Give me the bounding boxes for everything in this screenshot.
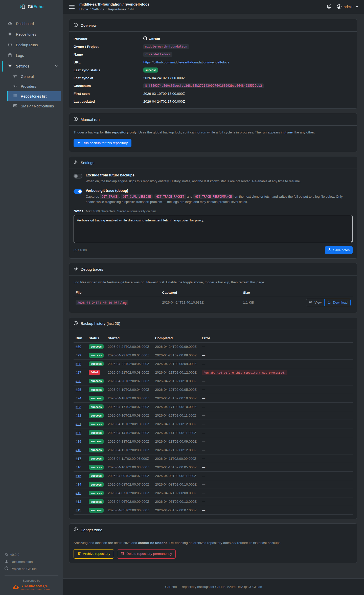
run-link[interactable]: #26 (76, 379, 81, 383)
run-link[interactable]: #17 (76, 457, 81, 461)
brand[interactable]: GitEcho (0, 0, 63, 14)
run-link[interactable]: #12 (76, 500, 81, 504)
status-badge: success (89, 508, 104, 513)
sponsor[interactable]: <TobiHochZwei/> DOPPELT TOBI, DOPPELT TE… (5, 584, 58, 590)
sidebar-item-repositories[interactable]: Repositories (2, 29, 63, 40)
git-diamond-icon (8, 32, 12, 37)
completed-cell: 2026-04-19T02:00:05.000Z (153, 385, 200, 394)
field-label: Last updated (74, 100, 143, 103)
run-link[interactable]: #19 (76, 440, 81, 443)
history-row: #12success2026-04-06T02:00:09.000Z2026-0… (74, 497, 353, 506)
key-icon (13, 84, 17, 89)
sidebar-item-general[interactable]: General (7, 72, 61, 81)
user-menu[interactable]: admin (337, 4, 358, 10)
run-link[interactable]: #28 (76, 362, 81, 366)
error-cell: — (200, 403, 353, 411)
hamburger-menu-icon[interactable] (69, 4, 75, 10)
run-link[interactable]: #23 (76, 405, 81, 409)
error-cell: — (200, 385, 353, 394)
exclude-toggle[interactable] (74, 174, 82, 178)
verbose-trace-toggle[interactable] (74, 189, 82, 194)
run-link[interactable]: #25 (76, 388, 81, 392)
sidebar-item-backup-runs[interactable]: Backup Runs (2, 40, 63, 50)
project-label[interactable]: Project on GitHub (11, 567, 37, 571)
sidebar-item-logs[interactable]: Logs (2, 50, 63, 61)
history-rows: #30success2026-04-24T02:00:06.000Z2026-0… (74, 342, 353, 515)
started-cell: 2026-04-16T02:00:08.000Z (106, 411, 153, 420)
sidebar-footer: v0.2.9 Documentation Project on GitHu (0, 548, 63, 595)
run-cell: #13 (74, 489, 87, 497)
no-error-dash: — (202, 422, 205, 426)
field-label: Last sync status (74, 68, 143, 72)
status-badge: success (89, 387, 104, 392)
delete-repository-button[interactable]: Delete repository permanently (117, 549, 176, 558)
run-backup-button[interactable]: Run backup for this repository (74, 139, 131, 147)
docs-link[interactable]: Documentation (5, 558, 58, 565)
sidebar-item-settings[interactable]: Settings (2, 61, 63, 72)
no-error-dash: — (202, 345, 205, 349)
status-cell: success (87, 454, 106, 463)
archive-repository-button[interactable]: Archive repository (74, 549, 114, 558)
view-trace-button[interactable]: View (306, 299, 325, 306)
run-cell: #17 (74, 454, 87, 463)
run-cell: #15 (74, 471, 87, 480)
runs-link[interactable]: /runs (284, 130, 293, 134)
run-link[interactable]: #14 (76, 483, 81, 486)
trash-icon (121, 552, 124, 556)
error-cell: — (200, 411, 353, 420)
breadcrumb-repositories[interactable]: Repositories (108, 7, 126, 11)
sidebar-item-label: Repositories (16, 32, 36, 36)
run-link[interactable]: #29 (76, 353, 81, 357)
field-label: First seen (74, 92, 143, 96)
download-trace-button[interactable]: Download (324, 299, 351, 306)
docs-label[interactable]: Documentation (11, 560, 33, 564)
sidebar-item-dashboard[interactable]: Dashboard (2, 18, 63, 29)
run-cell: #12 (74, 497, 87, 506)
breadcrumb-settings[interactable]: Settings (92, 7, 104, 11)
run-link[interactable]: #27 (76, 371, 81, 374)
bug-icon (74, 267, 78, 272)
notes-textarea[interactable]: Verbose git tracing enabled while diagno… (74, 215, 353, 243)
run-link[interactable]: #21 (76, 422, 81, 426)
theme-toggle-moon-icon[interactable] (326, 4, 331, 9)
project-link[interactable]: Project on GitHub (5, 565, 58, 572)
sidebar-item-smtp-notifications[interactable]: SMTP / Notifications (7, 101, 61, 111)
run-link[interactable]: #18 (76, 448, 81, 452)
run-cell: #25 (74, 385, 87, 394)
breadcrumb-home[interactable]: Home (79, 7, 88, 11)
error-cell: — (200, 359, 353, 368)
sidebar-item-label: General (21, 75, 34, 79)
save-notes-button[interactable]: Save notes (325, 246, 353, 254)
status-badge: success (89, 491, 104, 495)
version-label: v0.2.9 (10, 553, 19, 557)
run-link[interactable]: #11 (76, 508, 81, 512)
started-cell: 2026-04-24T02:00:06.000Z (106, 342, 153, 351)
app-root: GitEcho Dashboard (0, 0, 364, 595)
no-error-dash: — (202, 431, 205, 435)
repo-url-link[interactable]: https://github.com/middle-earth-foundati… (143, 60, 229, 64)
run-cell: #11 (74, 506, 87, 515)
status-cell: success (87, 497, 106, 506)
run-link[interactable]: #24 (76, 396, 81, 400)
run-link[interactable]: #20 (76, 431, 81, 435)
error-cell: — (200, 446, 353, 454)
status-badge: success (89, 422, 104, 426)
status-badge: success (89, 430, 104, 435)
clock-icon (74, 321, 78, 326)
card-title: Overview (81, 23, 97, 28)
status-cell: success (87, 471, 106, 480)
envelope-icon (13, 104, 17, 108)
clock-icon (8, 42, 12, 48)
sidebar-item-repositories-list[interactable]: Repositories list (7, 91, 61, 101)
run-link[interactable]: #16 (76, 465, 81, 469)
sidebar-divider (5, 575, 58, 576)
status-badge: success (89, 465, 104, 470)
run-link[interactable]: #22 (76, 414, 81, 417)
status-cell: success (87, 385, 106, 394)
run-link[interactable]: #15 (76, 474, 81, 478)
run-link[interactable]: #13 (76, 491, 81, 495)
completed-cell: 2026-04-21T02:00:12.000Z (153, 368, 200, 377)
sidebar-item-providers[interactable]: Providers (7, 81, 61, 91)
run-link[interactable]: #30 (76, 345, 81, 349)
app-version: v0.2.9 (5, 551, 58, 558)
